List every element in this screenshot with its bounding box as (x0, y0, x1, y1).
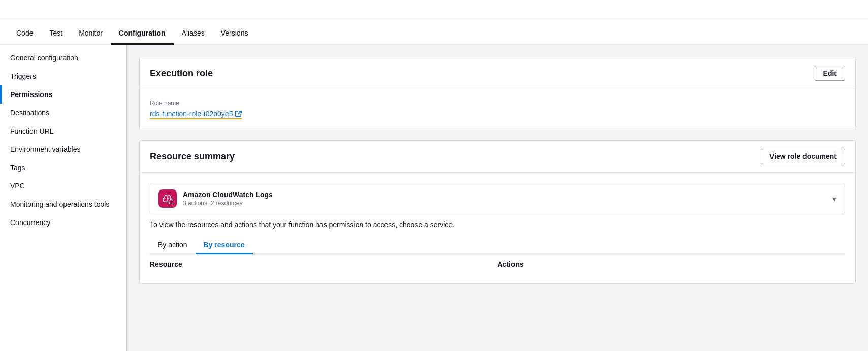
sidebar-item-tags[interactable]: Tags (0, 158, 126, 177)
service-info: Amazon CloudWatch Logs 3 actions, 2 reso… (183, 190, 273, 207)
sidebar-item-triggers[interactable]: Triggers (0, 67, 126, 85)
table-header-row: ResourceActions (150, 254, 845, 273)
tab-versions[interactable]: Versions (213, 23, 256, 45)
role-name-link[interactable]: rds-function-role-t02o0ye5 (150, 110, 242, 119)
content-area: Execution role Edit Role name rds-functi… (127, 45, 868, 351)
tab-bar: CodeTestMonitorConfigurationAliasesVersi… (0, 20, 868, 45)
sidebar-item-vpc[interactable]: VPC (0, 177, 126, 195)
view-info-text: To view the resources and actions that y… (150, 220, 845, 229)
service-left: Amazon CloudWatch Logs 3 actions, 2 reso… (158, 189, 273, 208)
role-name-label: Role name (150, 100, 845, 107)
table-header-resource: Resource (150, 260, 498, 268)
service-meta: 3 actions, 2 resources (183, 200, 273, 207)
edit-button[interactable]: Edit (815, 66, 845, 81)
sidebar-item-monitoring-and-operations-tools[interactable]: Monitoring and operations tools (0, 195, 126, 213)
sidebar-item-concurrency[interactable]: Concurrency (0, 213, 126, 232)
cloudwatch-service-row[interactable]: Amazon CloudWatch Logs 3 actions, 2 reso… (150, 183, 845, 214)
resource-summary-body: Amazon CloudWatch Logs 3 actions, 2 reso… (140, 173, 855, 283)
resource-summary-title: Resource summary (150, 151, 235, 162)
top-bar (0, 0, 868, 20)
execution-role-body: Role name rds-function-role-t02o0ye5 (140, 89, 855, 130)
inner-tab-bar: By actionBy resource (150, 237, 845, 254)
resource-summary-header: Resource summary View role document (140, 141, 855, 173)
inner-tab-by-resource[interactable]: By resource (196, 237, 253, 254)
table-header-actions: Actions (498, 260, 846, 268)
sidebar-item-permissions[interactable]: Permissions (0, 85, 126, 104)
sidebar-item-general-configuration[interactable]: General configuration (0, 49, 126, 67)
main-layout: General configurationTriggersPermissions… (0, 45, 868, 351)
external-link-icon (235, 110, 242, 117)
svg-point-0 (167, 198, 169, 200)
execution-role-card: Execution role Edit Role name rds-functi… (139, 57, 856, 130)
inner-tab-by-action[interactable]: By action (150, 237, 196, 254)
tab-configuration[interactable]: Configuration (111, 23, 174, 45)
execution-role-title: Execution role (150, 68, 213, 79)
execution-role-header: Execution role Edit (140, 57, 855, 89)
service-name: Amazon CloudWatch Logs (183, 190, 273, 199)
sidebar: General configurationTriggersPermissions… (0, 45, 127, 351)
tab-aliases[interactable]: Aliases (174, 23, 213, 45)
resource-summary-card: Resource summary View role document (139, 140, 856, 284)
sidebar-item-function-url[interactable]: Function URL (0, 122, 126, 140)
tab-code[interactable]: Code (8, 23, 41, 45)
view-role-document-button[interactable]: View role document (761, 149, 845, 164)
role-name-value: rds-function-role-t02o0ye5 (150, 110, 233, 118)
sidebar-item-environment-variables[interactable]: Environment variables (0, 140, 126, 158)
chevron-down-icon: ▾ (832, 194, 837, 204)
cloudwatch-svg (162, 193, 173, 204)
sidebar-item-destinations[interactable]: Destinations (0, 104, 126, 122)
tab-test[interactable]: Test (41, 23, 71, 45)
cloudwatch-icon (158, 189, 177, 208)
tab-monitor[interactable]: Monitor (71, 23, 111, 45)
